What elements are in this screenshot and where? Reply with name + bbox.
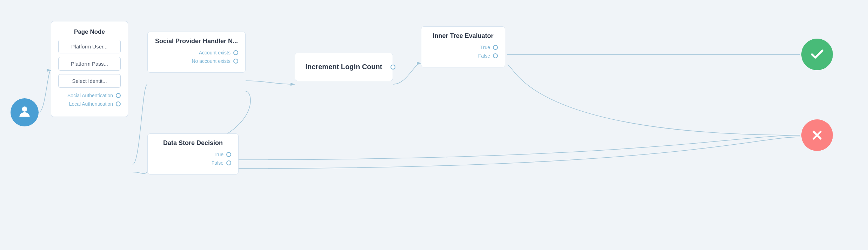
inner-tree-title: Inner Tree Evaluator — [428, 32, 498, 40]
data-store-title: Data Store Decision — [155, 139, 231, 147]
data-store-output-false: False — [212, 160, 223, 166]
page-node-title: Page Node — [58, 28, 121, 35]
social-output-account-exists-dot[interactable] — [233, 50, 238, 55]
inner-tree-output-true: True — [480, 45, 490, 50]
inner-tree-output-true-dot[interactable] — [493, 45, 498, 50]
page-output-social-dot[interactable] — [116, 93, 121, 98]
svg-point-1 — [22, 106, 27, 112]
social-output-no-account-dot[interactable] — [233, 59, 238, 64]
page-output-local: Local Authentication — [69, 101, 113, 107]
inner-tree-node[interactable]: Inner Tree Evaluator True False — [421, 26, 505, 67]
data-store-output-true-dot[interactable] — [226, 152, 231, 157]
social-provider-title: Social Provider Handler N... — [155, 38, 238, 45]
social-output-no-account: No account exists — [192, 58, 231, 64]
page-node-item-2[interactable]: Platform Pass... — [58, 57, 121, 71]
inner-tree-output-false-dot[interactable] — [493, 53, 498, 58]
inner-tree-output-false: False — [478, 53, 490, 59]
page-node[interactable]: Page Node Platform User... Platform Pass… — [51, 21, 128, 117]
increment-title: Increment Login Count — [305, 63, 383, 71]
page-node-item-1[interactable]: Platform User... — [58, 40, 121, 53]
success-node[interactable] — [801, 39, 833, 70]
page-output-local-dot[interactable] — [116, 101, 121, 106]
page-node-item-3[interactable]: Select Identit... — [58, 74, 121, 88]
data-store-output-true: True — [214, 152, 223, 157]
data-store-node[interactable]: Data Store Decision True False — [147, 133, 239, 175]
start-node[interactable] — [11, 98, 39, 126]
check-icon — [809, 47, 825, 62]
increment-login-count-node[interactable]: Increment Login Count — [295, 53, 393, 81]
workflow-canvas: Page Node Platform User... Platform Pass… — [0, 0, 868, 250]
page-output-social: Social Authentication — [67, 93, 113, 98]
increment-output-dot[interactable] — [390, 65, 395, 70]
social-provider-node[interactable]: Social Provider Handler N... Account exi… — [147, 32, 246, 73]
x-icon — [810, 128, 824, 142]
data-store-output-false-dot[interactable] — [226, 160, 231, 165]
person-icon — [17, 104, 32, 121]
social-output-account-exists: Account exists — [199, 50, 231, 55]
failure-node[interactable] — [801, 119, 833, 151]
